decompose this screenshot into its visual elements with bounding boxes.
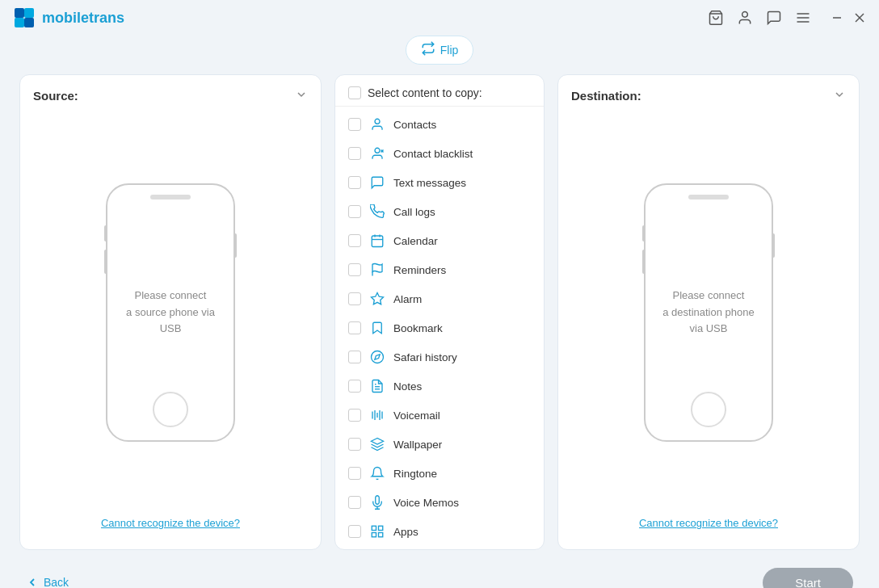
destination-cannot-recognize-link[interactable]: Cannot recognize the device? xyxy=(639,517,778,529)
chat-button[interactable] xyxy=(766,10,782,26)
flip-button[interactable]: Flip xyxy=(406,36,474,65)
checkbox-contacts[interactable] xyxy=(348,118,361,131)
source-phone-side-btn-left2 xyxy=(104,250,107,274)
label-alarm: Alarm xyxy=(393,293,422,305)
checkbox-text-messages[interactable] xyxy=(348,176,361,189)
content-panel-title: Select content to copy: xyxy=(368,86,482,99)
checkbox-wallpaper[interactable] xyxy=(348,438,361,451)
flip-icon xyxy=(421,41,435,59)
list-item-ringtone[interactable]: Ringtone xyxy=(335,459,544,488)
list-item-alarm[interactable]: Alarm xyxy=(335,284,544,313)
destination-cannot-recognize: Cannot recognize the device? xyxy=(571,509,846,536)
checkbox-voicemail[interactable] xyxy=(348,409,361,422)
svg-rect-1 xyxy=(24,8,34,18)
label-bookmark: Bookmark xyxy=(393,322,443,334)
list-item-safari-history[interactable]: Safari history xyxy=(335,342,544,372)
label-contacts: Contacts xyxy=(393,119,436,131)
content-panel: Select content to copy: Contacts xyxy=(334,74,545,550)
list-item-calendar[interactable]: Calendar xyxy=(335,226,544,255)
checkbox-notes[interactable] xyxy=(348,380,361,393)
titlebar: mobiletrans xyxy=(0,0,879,36)
reminders-icon xyxy=(369,262,385,278)
source-header: Source: xyxy=(33,88,308,103)
destination-phone-side-btn-right xyxy=(772,233,775,258)
svg-point-5 xyxy=(742,12,748,18)
destination-title: Destination: xyxy=(571,89,641,103)
svg-marker-21 xyxy=(372,293,384,304)
list-item-wallpaper[interactable]: Wallpaper xyxy=(335,430,544,459)
list-item-call-logs[interactable]: Call logs xyxy=(335,197,544,226)
list-item-apps[interactable]: Apps xyxy=(335,517,544,546)
label-ringtone: Ringtone xyxy=(393,468,437,480)
checkbox-ringtone[interactable] xyxy=(348,467,361,480)
label-notes: Notes xyxy=(393,380,422,393)
svg-rect-2 xyxy=(15,18,24,27)
select-all-checkbox[interactable] xyxy=(348,86,361,99)
list-item-voice-memos[interactable]: Voice Memos xyxy=(335,488,544,517)
destination-chevron-icon[interactable] xyxy=(833,88,846,103)
source-phone-side-btn-right xyxy=(233,233,237,258)
list-item-reminders[interactable]: Reminders xyxy=(335,255,544,284)
start-button[interactable]: Start xyxy=(763,568,853,589)
checkbox-safari-history[interactable] xyxy=(348,351,361,363)
calendar-icon xyxy=(369,233,385,249)
destination-phone-body: Please connect a destination phone via U… xyxy=(644,183,773,442)
list-item-text-messages[interactable]: Text messages xyxy=(335,168,544,197)
list-item-bookmark[interactable]: Bookmark xyxy=(335,313,544,342)
svg-point-22 xyxy=(372,351,384,363)
destination-phone-mockup: Please connect a destination phone via U… xyxy=(571,116,846,509)
checkbox-apps[interactable] xyxy=(348,525,361,538)
text-messages-icon xyxy=(369,174,385,191)
label-call-logs: Call logs xyxy=(393,206,435,218)
svg-point-12 xyxy=(375,119,380,124)
checkbox-contact-blacklist[interactable] xyxy=(348,147,361,160)
svg-rect-35 xyxy=(379,526,383,530)
list-item-contact-blacklist[interactable]: Contact blacklist xyxy=(335,139,544,168)
destination-panel: Destination: Please connect a destinatio… xyxy=(557,74,860,550)
label-voicemail: Voicemail xyxy=(393,410,440,422)
cart-button[interactable] xyxy=(708,10,724,26)
source-phone-body: Please connect a source phone via USB xyxy=(106,183,235,442)
svg-marker-31 xyxy=(372,439,384,445)
window-controls xyxy=(831,11,866,24)
checkbox-bookmark[interactable] xyxy=(348,321,361,334)
source-phone-side-btn-left1 xyxy=(104,225,107,242)
label-safari-history: Safari history xyxy=(393,351,457,363)
checkbox-voice-memos[interactable] xyxy=(348,496,361,509)
checkbox-alarm[interactable] xyxy=(348,292,361,305)
checkbox-calendar[interactable] xyxy=(348,234,361,247)
close-button[interactable] xyxy=(853,11,866,24)
source-cannot-recognize: Cannot recognize the device? xyxy=(33,509,308,536)
checkbox-reminders[interactable] xyxy=(348,263,361,276)
logo-icon xyxy=(13,6,36,29)
list-item-contacts[interactable]: Contacts xyxy=(335,110,544,139)
call-logs-icon xyxy=(369,204,385,220)
ringtone-icon xyxy=(369,465,385,481)
source-panel: Source: Please connect a source phone vi… xyxy=(19,74,322,550)
user-button[interactable] xyxy=(737,10,753,26)
back-button[interactable]: Back xyxy=(26,576,69,588)
voice-memos-icon xyxy=(369,494,385,510)
menu-button[interactable] xyxy=(795,10,811,26)
destination-phone-side-btn-left2 xyxy=(642,250,646,274)
minimize-button[interactable] xyxy=(831,11,843,24)
label-reminders: Reminders xyxy=(393,264,446,276)
titlebar-actions xyxy=(708,10,866,26)
content-panel-header: Select content to copy: xyxy=(335,75,544,107)
bookmark-icon xyxy=(369,320,385,336)
source-cannot-recognize-link[interactable]: Cannot recognize the device? xyxy=(101,517,240,529)
svg-rect-34 xyxy=(372,526,376,530)
notes-icon xyxy=(369,378,385,394)
list-item-notes[interactable]: Notes xyxy=(335,372,544,401)
label-voice-memos: Voice Memos xyxy=(393,497,459,509)
checkbox-call-logs[interactable] xyxy=(348,205,361,218)
source-chevron-icon[interactable] xyxy=(295,88,308,103)
list-item-voicemail[interactable]: Voicemail xyxy=(335,401,544,430)
label-text-messages: Text messages xyxy=(393,177,466,189)
content-list: Contacts Contact blacklist xyxy=(335,107,544,549)
label-wallpaper: Wallpaper xyxy=(393,439,442,451)
logo: mobiletrans xyxy=(13,6,124,29)
svg-rect-36 xyxy=(372,533,376,537)
voicemail-icon xyxy=(369,407,385,423)
contact-blacklist-icon xyxy=(369,145,385,162)
